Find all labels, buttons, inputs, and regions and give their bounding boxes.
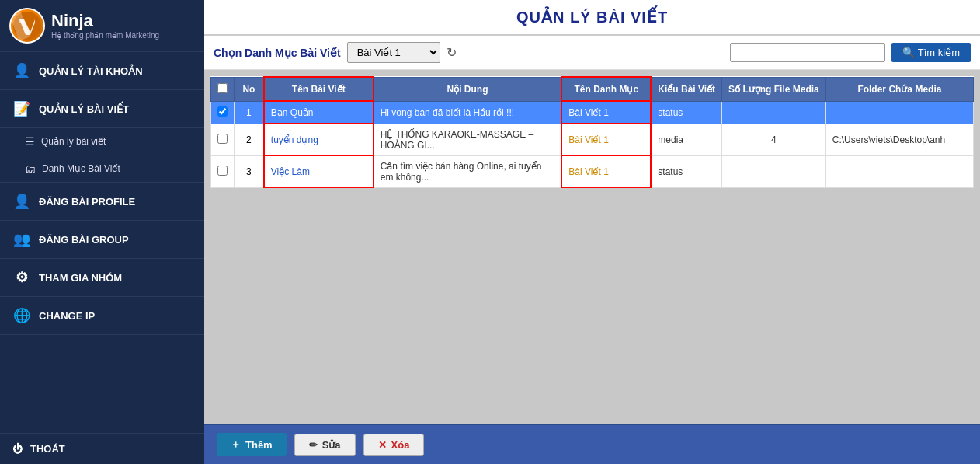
- header-ten-bai-viet: Tên Bài Viết: [264, 77, 374, 101]
- header-so-luong: Số Lượng File Media: [722, 77, 826, 101]
- cell-noi-dung: Hi vong ban đã biết là Hầu rồi !!!: [374, 101, 562, 124]
- table-area: No Tên Bài Viết Nội Dung Tên Danh Mục Ki…: [204, 70, 980, 424]
- sidebar-item-label: ĐĂNG BÀI PROFILE: [39, 196, 135, 208]
- sidebar-nav: 👤 QUẢN LÝ TÀI KHOẢN 📝 QUẢN LÝ BÀI VIẾT ☰…: [0, 52, 204, 433]
- group-icon: 👥: [12, 230, 31, 249]
- cell-kieu-bai-viet: media: [651, 124, 721, 155]
- sidebar-sub-label: Danh Mục Bài Viết: [42, 163, 120, 174]
- cell-noi-dung: HỆ THỐNG KARAOKE-MASSAGE – HOÀNG GI...: [374, 124, 562, 155]
- power-icon: ⏻: [12, 443, 23, 455]
- sidebar-item-change-ip[interactable]: 🌐 CHANGE IP: [0, 297, 204, 335]
- cell-noi-dung: Cần tìm việc bán hàng Online, ai tuyển e…: [374, 155, 562, 187]
- page-title: QUẢN LÝ BÀI VIẾT: [204, 0, 980, 36]
- search-button[interactable]: 🔍 Tìm kiếm: [891, 43, 971, 62]
- folder-icon: 🗂: [25, 162, 36, 175]
- search-input[interactable]: [730, 43, 885, 62]
- refresh-button[interactable]: ↻: [447, 45, 457, 60]
- row-checkbox[interactable]: [217, 134, 228, 144]
- data-table: No Tên Bài Viết Nội Dung Tên Danh Mục Ki…: [210, 76, 974, 188]
- table-row[interactable]: 1Bạn QuảnHi vong ban đã biết là Hầu rồi …: [211, 101, 974, 124]
- cell-ten-danh-muc: Bài Viết 1: [561, 124, 651, 155]
- x-icon: ✕: [378, 439, 387, 451]
- table-header-row: No Tên Bài Viết Nội Dung Tên Danh Mục Ki…: [211, 77, 974, 101]
- table-row[interactable]: 2tuyển dụngHỆ THỐNG KARAOKE-MASSAGE – HO…: [211, 124, 974, 155]
- main-content: QUẢN LÝ BÀI VIẾT Chọn Danh Mục Bài Viết …: [204, 0, 980, 464]
- sidebar-item-label: ĐĂNG BÀI GROUP: [39, 234, 129, 246]
- sidebar-item-label: QUẢN LÝ BÀI VIẾT: [39, 103, 129, 115]
- table-row[interactable]: 3Việc LàmCần tìm việc bán hàng Online, a…: [211, 155, 974, 187]
- sidebar-item-dang-bai-group[interactable]: 👥 ĐĂNG BÀI GROUP: [0, 221, 204, 259]
- cell-so-luong: [722, 155, 826, 187]
- edit-button[interactable]: ✏ Sửa: [294, 434, 356, 456]
- cell-no: 2: [235, 124, 264, 155]
- header-kieu-bai-viet: Kiểu Bài Viết: [651, 77, 721, 101]
- plus-icon: ＋: [231, 438, 241, 452]
- delete-button[interactable]: ✕ Xóa: [363, 434, 425, 456]
- header-ten-danh-muc: Tên Danh Mục: [561, 77, 651, 101]
- edit-label: Sửa: [322, 439, 341, 451]
- globe-icon: 🌐: [12, 306, 31, 325]
- cell-no: 1: [235, 101, 264, 124]
- sidebar: Ninja Hệ thống phần mềm Marketing 👤 QUẢN…: [0, 0, 204, 464]
- search-label: Tìm kiếm: [918, 47, 960, 58]
- row-checkbox[interactable]: [217, 106, 228, 117]
- logo-ninja-label: Ninja: [51, 11, 159, 31]
- cell-ten-bai-viet: Việc Làm: [264, 155, 374, 187]
- list-icon: ☰: [25, 135, 35, 148]
- header-checkbox: [211, 77, 235, 101]
- sidebar-item-label: QUẢN LÝ TÀI KHOẢN: [39, 65, 143, 77]
- sidebar-item-dang-bai-profile[interactable]: 👤 ĐĂNG BÀI PROFILE: [0, 183, 204, 221]
- edit-icon: ✏: [309, 439, 318, 451]
- toolbar: Chọn Danh Mục Bài Viết Bài Viết 1 Bài Vi…: [204, 36, 980, 70]
- row-checkbox[interactable]: [217, 166, 228, 176]
- sidebar-item-label: CHANGE IP: [39, 310, 95, 322]
- select-all-checkbox[interactable]: [217, 83, 228, 93]
- cell-ten-danh-muc: Bài Viết 1: [561, 101, 651, 124]
- cell-folder: C:\Users\viets\Desktop\anh: [825, 124, 973, 155]
- cell-kieu-bai-viet: status: [651, 101, 721, 124]
- cell-folder: [825, 155, 973, 187]
- header-no: No: [235, 77, 264, 101]
- cell-so-luong: [722, 101, 826, 124]
- header-noi-dung: Nội Dung: [374, 77, 562, 101]
- sidebar-sub-label: Quản lý bài viết: [41, 136, 106, 147]
- cell-so-luong: 4: [722, 124, 826, 155]
- add-label: Thêm: [245, 439, 273, 451]
- cell-ten-bai-viet: tuyển dụng: [264, 124, 374, 155]
- sidebar-item-label: THAM GIA NHÓM: [39, 272, 122, 284]
- user-icon: 👤: [12, 61, 31, 80]
- sidebar-item-sub-quan-ly-bai-viet[interactable]: ☰ Quản lý bài viết: [0, 128, 204, 155]
- sidebar-item-sub-danh-muc-bai-viet[interactable]: 🗂 Danh Mục Bài Viết: [0, 155, 204, 183]
- action-bar: ＋ Thêm ✏ Sửa ✕ Xóa: [204, 424, 980, 464]
- logo-subtitle: Hệ thống phần mềm Marketing: [51, 31, 159, 40]
- settings-icon: ⚙: [12, 268, 31, 287]
- cell-kieu-bai-viet: status: [651, 155, 721, 187]
- sidebar-logo: Ninja Hệ thống phần mềm Marketing: [0, 0, 204, 52]
- sidebar-item-quan-ly-bai-viet[interactable]: 📝 QUẢN LÝ BÀI VIẾT: [0, 90, 204, 128]
- logo-text: Ninja Hệ thống phần mềm Marketing: [51, 11, 159, 40]
- edit-icon: 📝: [12, 99, 31, 118]
- search-icon: 🔍: [902, 47, 915, 58]
- cell-no: 3: [235, 155, 264, 187]
- logo-icon: [9, 8, 45, 44]
- cell-folder: [825, 101, 973, 124]
- cell-ten-danh-muc: Bài Viết 1: [561, 155, 651, 187]
- add-button[interactable]: ＋ Thêm: [217, 433, 287, 456]
- delete-label: Xóa: [391, 439, 410, 451]
- profile-icon: 👤: [12, 192, 31, 211]
- sidebar-item-tham-gia-nhom[interactable]: ⚙ THAM GIA NHÓM: [0, 259, 204, 297]
- cell-ten-bai-viet: Bạn Quản: [264, 101, 374, 124]
- header-folder: Folder Chứa Media: [825, 77, 973, 101]
- logout-label: THOÁT: [30, 443, 65, 455]
- select-category-label: Chọn Danh Mục Bài Viết: [214, 47, 341, 59]
- category-select[interactable]: Bài Viết 1 Bài Viết 2 Bài Viết 3: [347, 42, 440, 63]
- sidebar-logout[interactable]: ⏻ THOÁT: [0, 433, 204, 464]
- sidebar-item-quan-ly-tai-khoan[interactable]: 👤 QUẢN LÝ TÀI KHOẢN: [0, 52, 204, 90]
